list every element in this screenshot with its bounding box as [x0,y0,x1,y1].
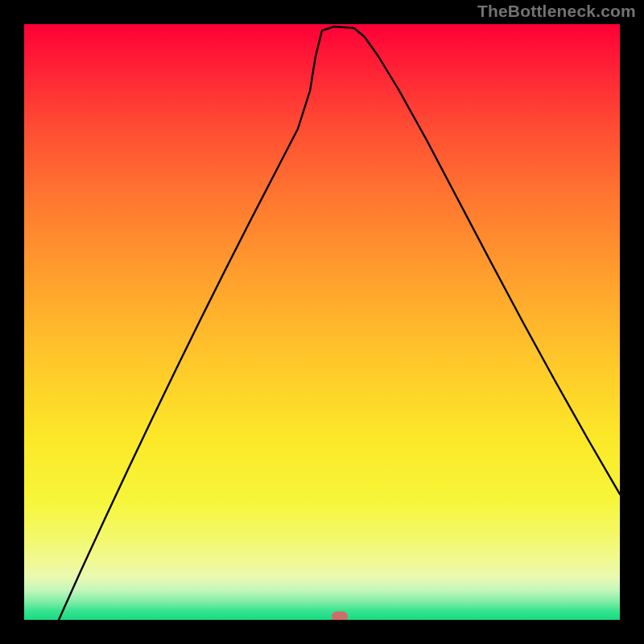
watermark-text: TheBottleneck.com [477,2,636,21]
plot-area [24,24,620,620]
chart-frame: TheBottleneck.com [0,0,644,644]
optimal-point-marker [332,611,348,620]
bottleneck-curve [24,24,620,620]
